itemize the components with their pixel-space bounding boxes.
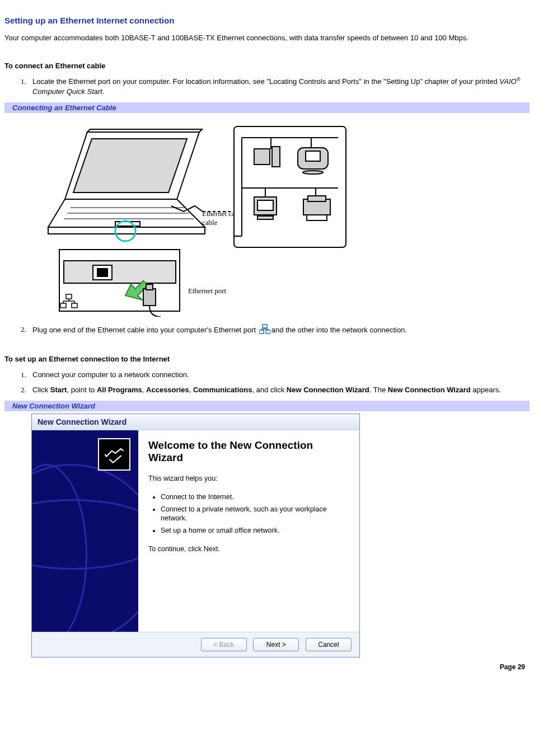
step-text: Computer Quick Start [32, 87, 102, 96]
step-text: Click [32, 386, 50, 394]
step-text: , point to [67, 386, 96, 394]
wizard-heading: Welcome to the New Connection Wizard [148, 439, 349, 464]
step-text: appears. [471, 386, 501, 394]
bold: All Programs [97, 386, 142, 394]
handshake-icon [98, 438, 130, 471]
globe-icon [32, 464, 138, 632]
label-ethernet-port: Ethernet port [188, 287, 227, 295]
cancel-button[interactable]: Cancel [306, 638, 352, 651]
page-number: Page 29 [4, 663, 530, 671]
registered-icon: ® [517, 77, 521, 82]
wizard-bullet: Set up a home or small office network. [161, 526, 349, 535]
vaio-text: VAIO [499, 77, 516, 86]
step-text: and the other into the network connectio… [271, 325, 407, 334]
bold: New Connection Wizard [388, 386, 471, 394]
svg-rect-15 [143, 289, 156, 306]
step-text: , [189, 386, 193, 394]
page-title: Setting up an Ethernet Internet connecti… [4, 16, 530, 25]
step-text: . [102, 87, 105, 96]
bold: Communications [193, 386, 252, 394]
bold: Start [50, 386, 67, 394]
section-heading-connect-cable: To connect an Ethernet cable [4, 61, 530, 71]
bold: Accessories [146, 386, 189, 394]
svg-marker-2 [73, 139, 187, 192]
wizard-bullet: Connect to a private network, such as yo… [161, 505, 349, 523]
wizard-helps: This wizard helps you: [148, 474, 349, 483]
wizard-sidebar [32, 430, 138, 632]
svg-rect-42 [307, 215, 327, 220]
svg-rect-13 [97, 269, 107, 276]
svg-marker-4 [48, 227, 205, 234]
svg-rect-47 [266, 330, 270, 334]
svg-text:cable: cable [202, 218, 218, 227]
svg-rect-16 [146, 284, 153, 290]
wizard-window: New Connection Wizard Welcome to the New… [31, 414, 360, 658]
wizard-continue: To continue, click Next. [148, 544, 349, 560]
bold: New Connection Wizard [287, 386, 369, 394]
network-port-icon [259, 324, 270, 337]
section-heading-setup-connection: To set up an Ethernet connection to the … [4, 354, 530, 364]
svg-marker-1 [87, 129, 202, 132]
svg-rect-37 [257, 200, 273, 210]
figure-caption-wizard: New Connection Wizard [4, 401, 530, 411]
back-button[interactable]: < Back [201, 638, 247, 651]
step-connect-network: Connect your computer to a network conne… [28, 370, 530, 380]
next-button[interactable]: Next > [253, 638, 299, 651]
intro-text: Your computer accommodates both 10BASE-T… [4, 33, 530, 43]
figure-caption-ethernet: Connecting an Ethernet Cable [4, 102, 530, 113]
svg-rect-32 [306, 151, 320, 161]
svg-rect-38 [257, 216, 273, 219]
svg-rect-41 [308, 196, 326, 201]
svg-rect-11 [64, 261, 176, 283]
wizard-button-row: < Back Next > Cancel [32, 632, 359, 657]
svg-point-33 [303, 171, 323, 174]
step-text: , [142, 386, 146, 394]
svg-rect-29 [254, 149, 270, 165]
step-locate-port: Locate the Ethernet port on your compute… [28, 76, 530, 96]
wizard-bullet-list: Connect to the Internet. Connect to a pr… [151, 489, 349, 539]
step-plug-cable: Plug one end of the Ethernet cable into … [28, 324, 530, 337]
step-open-wizard: Click Start, point to All Programs, Acce… [28, 385, 530, 395]
svg-rect-26 [234, 126, 346, 247]
svg-rect-45 [263, 325, 267, 328]
wizard-titlebar: New Connection Wizard [32, 414, 359, 430]
figure-ethernet-diagram: Ethernet port Ethernet cable cable [31, 115, 530, 318]
step-text: Plug one end of the Ethernet cable into … [32, 325, 258, 334]
step-text: , and click [252, 386, 286, 394]
step-text: Locate the Ethernet port on your compute… [32, 77, 499, 86]
wizard-bullet: Connect to the Internet. [161, 492, 349, 501]
svg-rect-30 [272, 147, 280, 167]
step-text: . The [369, 386, 388, 394]
svg-rect-46 [259, 330, 264, 334]
